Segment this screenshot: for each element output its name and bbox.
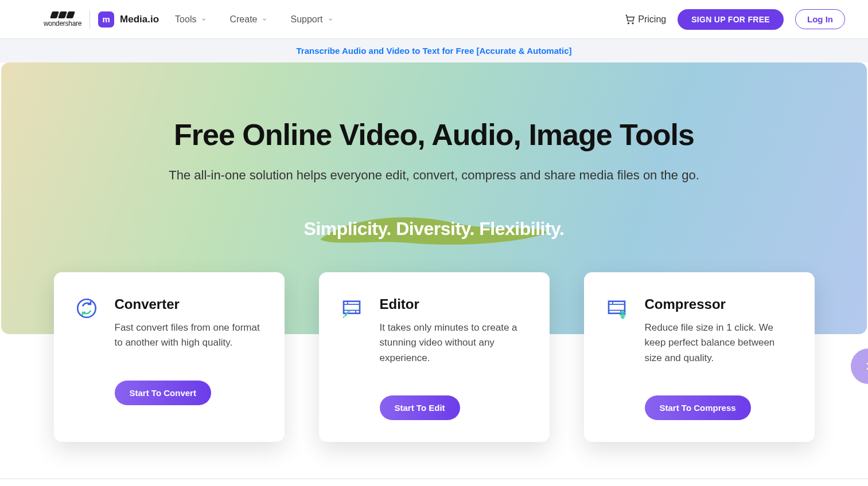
svg-point-1 <box>632 22 633 23</box>
header: wondershare m Media.io Tools Create Supp… <box>0 0 868 39</box>
hero-title: Free Online Video, Audio, Image Tools <box>174 117 694 152</box>
signup-button[interactable]: SIGN UP FOR FREE <box>678 9 784 30</box>
feature-cards: Converter Fast convert files from one fo… <box>0 272 868 442</box>
promo-banner-text: Transcribe Audio and Video to Text for F… <box>296 46 571 56</box>
card-editor-desc: It takes only minutes to create a stunni… <box>380 320 529 366</box>
chevron-down-icon <box>262 17 267 22</box>
mediaio-logo[interactable]: m Media.io <box>98 11 159 28</box>
nav-create-label: Create <box>229 14 257 25</box>
start-convert-button[interactable]: Start To Convert <box>115 381 211 405</box>
wondershare-logo[interactable]: wondershare <box>44 11 81 28</box>
svg-point-2 <box>77 299 96 318</box>
wondershare-mark-icon <box>51 11 74 18</box>
compressor-icon <box>605 296 629 320</box>
svg-point-0 <box>628 22 629 23</box>
vertical-divider <box>89 10 90 29</box>
nav-create[interactable]: Create <box>229 14 267 25</box>
card-compressor-title: Compressor <box>645 296 794 312</box>
card-compressor-desc: Reduce file size in 1 click. We keep per… <box>645 320 794 366</box>
svg-rect-3 <box>344 301 360 313</box>
nav-tools-label: Tools <box>175 14 196 25</box>
wondershare-text: wondershare <box>44 19 81 28</box>
editor-icon <box>340 296 364 320</box>
nav-tools[interactable]: Tools <box>175 14 207 25</box>
card-converter: Converter Fast convert files from one fo… <box>54 272 285 442</box>
cart-icon <box>624 14 636 25</box>
pricing-link[interactable]: Pricing <box>624 14 666 25</box>
footer-divider <box>0 479 868 479</box>
card-converter-desc: Fast convert files from one format to an… <box>115 320 264 351</box>
tagline-wrap: Simplicity. Diversity. Flexibility. <box>304 218 565 240</box>
nav-support-label: Support <box>290 14 322 25</box>
card-editor-title: Editor <box>380 296 529 312</box>
start-edit-button[interactable]: Start To Edit <box>380 395 460 420</box>
header-right: Pricing SIGN UP FOR FREE Log In <box>624 9 845 30</box>
converter-icon <box>75 296 99 320</box>
promo-banner[interactable]: Transcribe Audio and Video to Text for F… <box>0 39 868 62</box>
pricing-label: Pricing <box>638 14 666 25</box>
nav-support[interactable]: Support <box>290 14 333 25</box>
hero-tagline: Simplicity. Diversity. Flexibility. <box>304 218 565 240</box>
svg-point-8 <box>342 316 344 318</box>
mediaio-badge-icon: m <box>98 11 114 28</box>
chevron-down-icon <box>328 17 333 22</box>
start-compress-button[interactable]: Start To Compress <box>645 395 751 420</box>
card-editor: Editor It takes only minutes to create a… <box>319 272 550 442</box>
card-converter-title: Converter <box>115 296 264 312</box>
mediaio-text: Media.io <box>120 14 159 25</box>
chevron-down-icon <box>201 17 207 22</box>
login-button[interactable]: Log In <box>795 9 845 29</box>
card-compressor: Compressor Reduce file size in 1 click. … <box>584 272 815 442</box>
header-left: wondershare m Media.io Tools Create Supp… <box>44 10 333 29</box>
hero-subtitle: The all-in-one solution helps everyone e… <box>169 168 699 183</box>
main-nav: Tools Create Support <box>175 14 333 25</box>
